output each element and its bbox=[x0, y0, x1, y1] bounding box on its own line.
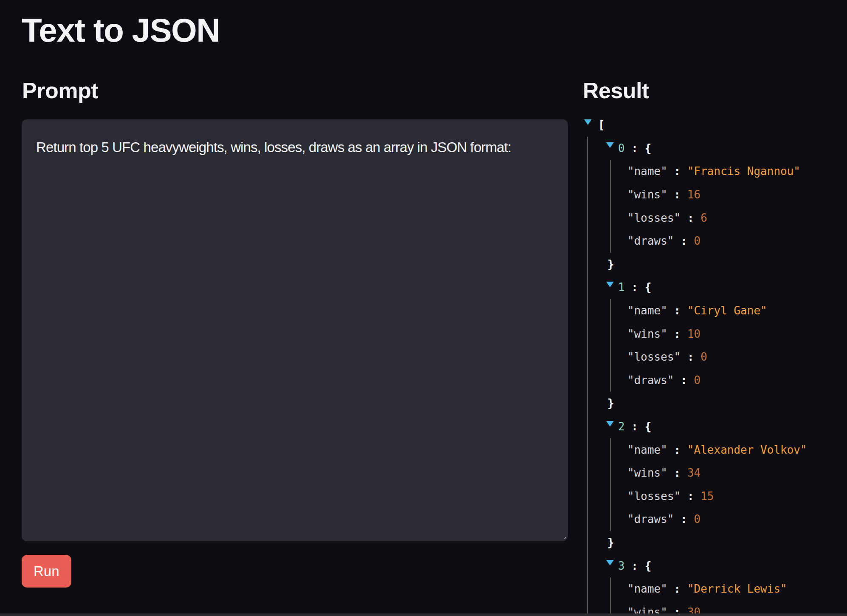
json-key: "name" bbox=[627, 444, 667, 456]
json-key: "wins" bbox=[627, 466, 667, 479]
json-number-value: 0 bbox=[694, 513, 701, 526]
json-number-value: 6 bbox=[700, 212, 707, 224]
json-object-children: "name" : "Ciryl Gane""wins" : 10"losses"… bbox=[610, 299, 847, 392]
array-index: 2 bbox=[618, 420, 625, 433]
json-row-object-close: } bbox=[588, 531, 847, 554]
json-row-object-open: 0 : { bbox=[588, 137, 847, 160]
json-row-key-value: "name" : "Alexander Volkov" bbox=[611, 438, 847, 461]
json-row-key-value: "wins" : 10 bbox=[611, 322, 847, 345]
page-title: Text to JSON bbox=[22, 11, 220, 50]
json-string-value: "Francis Ngannou" bbox=[687, 165, 800, 178]
json-key: "losses" bbox=[627, 212, 680, 224]
json-object-children: "name" : "Francis Ngannou""wins" : 16"lo… bbox=[610, 160, 847, 252]
collapse-object-icon[interactable] bbox=[606, 421, 614, 427]
array-index: 0 bbox=[618, 142, 625, 155]
json-key: "name" bbox=[627, 582, 667, 595]
json-key: "name" bbox=[627, 165, 667, 178]
json-row-key-value: "name" : "Derrick Lewis" bbox=[611, 577, 847, 601]
json-number-value: 0 bbox=[694, 235, 701, 247]
json-object-children: "name" : "Alexander Volkov""wins" : 34"l… bbox=[610, 438, 847, 531]
json-number-value: 15 bbox=[700, 490, 714, 503]
json-object-children: "name" : "Derrick Lewis""wins" : 30 bbox=[610, 577, 847, 616]
array-open-bracket: [ bbox=[598, 119, 605, 131]
json-string-value: "Derrick Lewis" bbox=[687, 582, 787, 595]
json-row-key-value: "draws" : 0 bbox=[611, 369, 847, 392]
json-row-key-value: "name" : "Francis Ngannou" bbox=[611, 160, 847, 183]
json-key: "draws" bbox=[627, 374, 674, 387]
json-number-value: 10 bbox=[687, 328, 700, 340]
prompt-heading: Prompt bbox=[22, 78, 98, 103]
json-key: "draws" bbox=[627, 235, 674, 247]
collapse-object-icon[interactable] bbox=[606, 142, 614, 148]
json-key: "wins" bbox=[627, 328, 667, 340]
json-key: "losses" bbox=[627, 490, 680, 503]
prompt-textarea[interactable]: Return top 5 UFC heavyweights, wins, los… bbox=[22, 119, 568, 541]
json-number-value: 34 bbox=[687, 466, 700, 479]
run-button[interactable]: Run bbox=[22, 555, 71, 588]
json-row-key-value: "name" : "Ciryl Gane" bbox=[611, 299, 847, 322]
json-row-key-value: "losses" : 0 bbox=[611, 345, 847, 369]
collapse-array-icon[interactable] bbox=[584, 119, 592, 125]
json-row-key-value: "wins" : 34 bbox=[611, 461, 847, 485]
array-index: 1 bbox=[618, 281, 625, 294]
json-row-object-close: } bbox=[588, 392, 847, 415]
json-key: "losses" bbox=[627, 350, 680, 363]
json-key: "name" bbox=[627, 304, 667, 317]
json-row-key-value: "wins" : 16 bbox=[611, 183, 847, 206]
json-key: "draws" bbox=[627, 513, 674, 526]
json-row-key-value: "draws" : 0 bbox=[611, 229, 847, 253]
collapse-object-icon[interactable] bbox=[606, 560, 614, 565]
json-string-value: "Ciryl Gane" bbox=[687, 304, 767, 317]
result-heading: Result bbox=[583, 78, 649, 103]
json-row-object-close: } bbox=[588, 253, 847, 276]
json-row-object-open: 1 : { bbox=[588, 276, 847, 299]
json-array-children: 0 : {"name" : "Francis Ngannou""wins" : … bbox=[587, 137, 847, 616]
json-number-value: 16 bbox=[687, 188, 700, 201]
json-row-key-value: "losses" : 6 bbox=[611, 206, 847, 229]
json-row-key-value: "draws" : 0 bbox=[611, 508, 847, 531]
json-tree: [ 0 : {"name" : "Francis Ngannou""wins" … bbox=[583, 113, 847, 616]
collapse-object-icon[interactable] bbox=[606, 282, 614, 287]
json-row-object-open: 3 : { bbox=[588, 554, 847, 577]
horizontal-scrollbar[interactable] bbox=[0, 613, 847, 616]
json-key: "wins" bbox=[627, 188, 667, 201]
array-index: 3 bbox=[618, 559, 625, 572]
json-row-array-open: [ bbox=[583, 113, 847, 137]
json-row-object-open: 2 : { bbox=[588, 415, 847, 438]
json-string-value: "Alexander Volkov" bbox=[687, 444, 807, 456]
json-row-key-value: "losses" : 15 bbox=[611, 485, 847, 508]
json-number-value: 0 bbox=[694, 374, 701, 387]
json-number-value: 0 bbox=[700, 350, 707, 363]
